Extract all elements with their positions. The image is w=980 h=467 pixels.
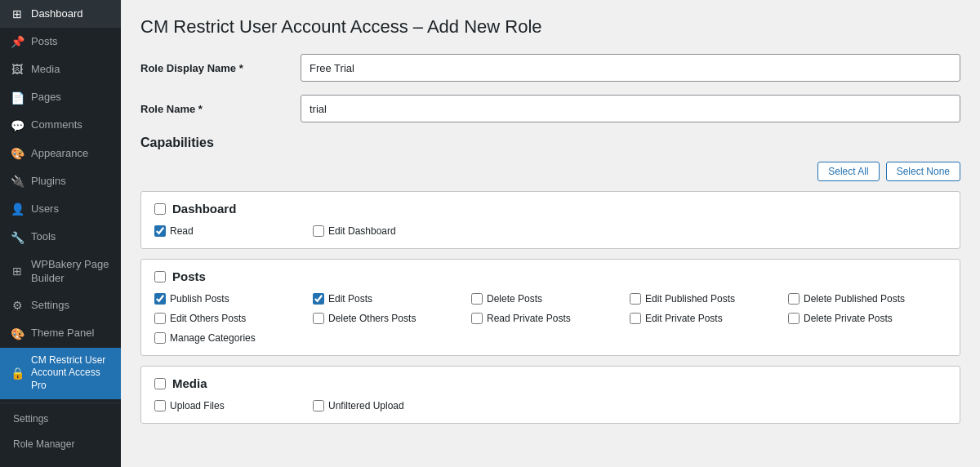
cap-edit-published-posts-checkbox[interactable]	[630, 293, 641, 305]
comments-icon: 💬	[10, 118, 24, 133]
cap-delete-others-posts-checkbox[interactable]	[313, 313, 324, 324]
page-title: CM Restrict User Account Access – Add Ne…	[140, 16, 960, 38]
cap-read-checkbox[interactable]	[154, 225, 166, 237]
sidebar-item-comments[interactable]: 💬 Comments	[0, 112, 121, 140]
sidebar-item-media[interactable]: 🖼 Media	[0, 56, 121, 83]
capabilities-actions: Select All Select None	[140, 162, 960, 181]
capabilities-section-dashboard: Dashboard Read Edit Dashboard	[140, 191, 960, 249]
sidebar-item-appearance[interactable]: 🎨 Appearance	[0, 140, 121, 167]
sidebar-item-dashboard[interactable]: ⊞ Dashboard	[0, 0, 121, 28]
role-name-row: Role Name *	[140, 95, 960, 122]
cap-edit-others-posts-label: Edit Others Posts	[170, 313, 246, 324]
posts-capabilities-grid: Publish Posts Edit Posts Delete Posts Ed…	[154, 291, 947, 345]
section-title-posts: Posts	[172, 269, 206, 283]
select-all-button[interactable]: Select All	[817, 162, 879, 181]
media-icon: 🖼	[10, 62, 24, 77]
display-name-input[interactable]	[301, 54, 960, 82]
cap-edit-posts-checkbox[interactable]	[313, 293, 324, 305]
section-header-dashboard: Dashboard	[154, 202, 947, 216]
cap-edit-dashboard-label: Edit Dashboard	[328, 225, 396, 237]
sidebar-item-pages[interactable]: 📄 Pages	[0, 84, 121, 112]
cap-delete-posts-checkbox[interactable]	[471, 293, 483, 305]
cap-edit-private-posts-checkbox[interactable]	[630, 313, 641, 324]
main-content: CM Restrict User Account Access – Add Ne…	[121, 0, 980, 467]
cap-delete-posts-label: Delete Posts	[487, 293, 542, 305]
cap-edit-dashboard: Edit Dashboard	[313, 224, 471, 238]
cap-delete-others-posts: Delete Others Posts	[313, 311, 471, 326]
sidebar-item-settings-sub[interactable]: Settings	[0, 407, 121, 433]
sidebar-item-tools[interactable]: 🔧 Tools	[0, 224, 121, 251]
cap-delete-others-posts-label: Delete Others Posts	[328, 313, 416, 324]
capabilities-section-posts: Posts Publish Posts Edit Posts Delete Po…	[140, 259, 960, 356]
cap-upload-files-label: Upload Files	[170, 400, 225, 411]
section-checkbox-media[interactable]	[154, 378, 166, 389]
tools-icon: 🔧	[10, 230, 24, 245]
cap-delete-posts: Delete Posts	[471, 291, 630, 306]
sidebar-item-themepanel[interactable]: 🎨 Theme Panel	[0, 320, 121, 348]
cap-edit-published-posts-label: Edit Published Posts	[645, 293, 735, 305]
cap-edit-posts: Edit Posts	[313, 291, 471, 306]
cap-read: Read	[154, 224, 313, 238]
cap-delete-published-posts-checkbox[interactable]	[788, 293, 800, 305]
cap-delete-private-posts: Delete Private Posts	[788, 311, 947, 326]
display-name-row: Role Display Name *	[140, 54, 960, 82]
plugins-icon: 🔌	[10, 174, 24, 189]
cap-manage-categories-label: Manage Categories	[170, 332, 256, 344]
section-checkbox-posts[interactable]	[154, 271, 166, 282]
cap-manage-categories-checkbox[interactable]	[154, 332, 166, 344]
cap-publish-posts-checkbox[interactable]	[154, 293, 166, 305]
section-title-media: Media	[172, 376, 207, 390]
sidebar-item-wpbakery[interactable]: ⊞ WPBakery Page Builder	[0, 251, 121, 292]
posts-icon: 📌	[10, 34, 24, 49]
dashboard-capabilities-grid: Read Edit Dashboard	[154, 224, 947, 238]
cap-publish-posts: Publish Posts	[154, 291, 313, 306]
sidebar-item-settings[interactable]: ⚙ Settings	[0, 291, 121, 319]
role-name-label: Role Name *	[140, 103, 287, 115]
section-header-posts: Posts	[154, 269, 947, 283]
users-icon: 👤	[10, 202, 24, 216]
role-name-input[interactable]	[301, 95, 960, 122]
sidebar-item-users[interactable]: 👤 Users	[0, 195, 121, 223]
sidebar-item-cmrestrict[interactable]: 🔒 CM Restrict User Account Access Pro	[0, 348, 121, 399]
media-capabilities-grid: Upload Files Unfiltered Upload	[154, 398, 947, 413]
sidebar-item-role-manager[interactable]: Role Manager	[0, 432, 121, 458]
cap-delete-private-posts-checkbox[interactable]	[788, 313, 800, 324]
cmrestrict-icon: 🔒	[10, 366, 24, 380]
cap-edit-others-posts: Edit Others Posts	[154, 311, 313, 326]
cap-unfiltered-upload-label: Unfiltered Upload	[328, 400, 404, 411]
select-none-button[interactable]: Select None	[886, 162, 960, 181]
themepanel-icon: 🎨	[10, 327, 24, 341]
cap-edit-others-posts-checkbox[interactable]	[154, 313, 166, 324]
sidebar-item-plugins[interactable]: 🔌 Plugins	[0, 167, 121, 195]
cap-delete-published-posts-label: Delete Published Posts	[804, 293, 905, 305]
cap-upload-files: Upload Files	[154, 398, 313, 413]
cap-edit-private-posts-label: Edit Private Posts	[645, 313, 723, 324]
dashboard-icon: ⊞	[10, 7, 24, 21]
settings-icon: ⚙	[10, 298, 24, 313]
section-header-media: Media	[154, 376, 947, 390]
cap-unfiltered-upload-checkbox[interactable]	[313, 400, 324, 411]
wpbakery-icon: ⊞	[10, 264, 24, 278]
cap-read-private-posts-checkbox[interactable]	[471, 313, 483, 324]
cap-edit-published-posts: Edit Published Posts	[630, 291, 788, 306]
section-title-dashboard: Dashboard	[172, 202, 236, 216]
sidebar: ⊞ Dashboard 📌 Posts 🖼 Media 📄 Pages 💬 Co…	[0, 0, 121, 467]
cap-edit-private-posts: Edit Private Posts	[630, 311, 788, 326]
cap-read-label: Read	[170, 225, 194, 237]
capabilities-section-media: Media Upload Files Unfiltered Upload	[140, 366, 960, 424]
cap-edit-dashboard-checkbox[interactable]	[313, 225, 324, 237]
cap-read-private-posts-label: Read Private Posts	[487, 313, 571, 324]
display-name-label: Role Display Name *	[140, 62, 287, 74]
cap-unfiltered-upload: Unfiltered Upload	[313, 398, 471, 413]
cap-publish-posts-label: Publish Posts	[170, 293, 229, 305]
cap-manage-categories: Manage Categories	[154, 331, 313, 345]
cap-edit-posts-label: Edit Posts	[328, 293, 372, 305]
sidebar-item-posts[interactable]: 📌 Posts	[0, 28, 121, 56]
appearance-icon: 🎨	[10, 146, 24, 161]
cap-delete-published-posts: Delete Published Posts	[788, 291, 947, 306]
cap-upload-files-checkbox[interactable]	[154, 400, 166, 411]
section-checkbox-dashboard[interactable]	[154, 203, 166, 215]
pages-icon: 📄	[10, 91, 24, 105]
capabilities-title: Capabilities	[140, 136, 960, 150]
cap-delete-private-posts-label: Delete Private Posts	[804, 313, 893, 324]
